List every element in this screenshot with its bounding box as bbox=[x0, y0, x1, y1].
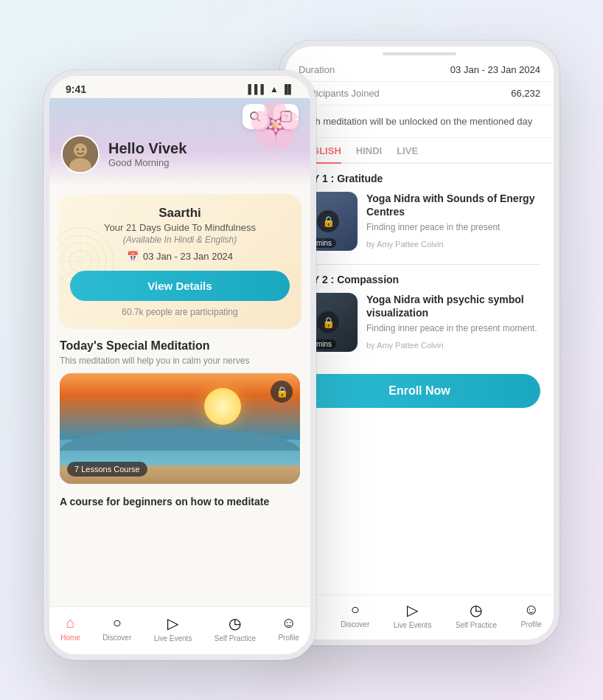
selfpractice-icon-2: ◷ bbox=[470, 601, 482, 619]
nav-2-selfpractice-label: Self Practice bbox=[456, 621, 497, 629]
day-1-label: DAY 1 : Gratitude bbox=[299, 173, 540, 184]
lesson-item-1[interactable]: 🔒 23 mins Yoga Nidra with Sounds of Ener… bbox=[299, 192, 540, 251]
lesson-item-2[interactable]: 🔒 23 mins Yoga Nidra with psychic symbol… bbox=[299, 293, 540, 352]
duration-value: 03 Jan - 23 Jan 2024 bbox=[450, 64, 540, 75]
phone-2-bottom-nav: ⌂ Home ○ Discover ▷ Live Events ◷ Self P… bbox=[285, 595, 554, 640]
avatar bbox=[61, 135, 100, 173]
nav-2-live[interactable]: ▷ Live Events bbox=[394, 601, 432, 629]
live-icon-2: ▷ bbox=[407, 601, 418, 619]
status-time: 9:41 bbox=[66, 83, 86, 95]
nav-profile[interactable]: ☺ Profile bbox=[278, 614, 299, 642]
lesson-1-lock-icon: 🔒 bbox=[317, 210, 339, 232]
svg-point-8 bbox=[82, 148, 84, 150]
phones-container: Duration 03 Jan - 23 Jan 2024 Participan… bbox=[43, 26, 560, 675]
lesson-1-info: Yoga Nidra with Sounds of Energy Centres… bbox=[366, 192, 540, 251]
lesson-2-title: Yoga Nidra with psychic symbol visualiza… bbox=[366, 293, 540, 319]
participants-text: 60.7k people are participating bbox=[70, 307, 290, 317]
mandala-decoration bbox=[58, 224, 117, 298]
nav-discover[interactable]: ○ Discover bbox=[102, 614, 131, 642]
nav-home-label: Home bbox=[60, 634, 80, 642]
discover-icon: ○ bbox=[113, 614, 122, 631]
nav-profile-label: Profile bbox=[278, 634, 299, 642]
nav-2-selfpractice[interactable]: ◷ Self Practice bbox=[456, 601, 497, 629]
participants-value: 66,232 bbox=[511, 88, 540, 99]
profile-icon-2: ☺ bbox=[523, 601, 538, 618]
signal-icon: ▌▌▌ bbox=[248, 84, 268, 94]
nav-home[interactable]: ⌂ Home bbox=[60, 614, 80, 642]
nav-selfpractice-label: Self Practice bbox=[215, 634, 256, 642]
enroll-section: Enroll Now bbox=[285, 365, 554, 415]
saarthi-date: 03 Jan - 23 Jan 2024 bbox=[143, 251, 233, 262]
discover-icon-2: ○ bbox=[351, 601, 360, 618]
status-bar: 9:41 ▌▌▌ ▲ ▐▌ bbox=[49, 76, 310, 98]
lesson-2-author: by Amy Pattee Colvin bbox=[366, 341, 444, 350]
meditation-lock-icon: 🔒 bbox=[271, 381, 293, 403]
notch-bar bbox=[383, 52, 456, 55]
todays-desc: This meditation will help you in calm yo… bbox=[60, 356, 300, 366]
greeting-text: Hello Vivek Good Morning bbox=[108, 140, 187, 168]
live-icon: ▷ bbox=[167, 614, 178, 632]
day-1-section: DAY 1 : Gratitude 🔒 23 mins Yoga Nidra w… bbox=[285, 164, 554, 264]
course-title: A course for beginners on how to meditat… bbox=[49, 490, 310, 510]
saarthi-card: Saarthi Your 21 Days Guide To Mindfulnes… bbox=[58, 194, 302, 329]
lesson-2-desc: Finding inner peace in the present momen… bbox=[366, 322, 540, 335]
course-tabs: ENGLISH HINDI LIVE bbox=[285, 138, 554, 164]
svg-point-5 bbox=[74, 143, 87, 156]
nav-selfpractice[interactable]: ◷ Self Practice bbox=[215, 614, 256, 642]
lessons-badge: 7 Lessons Course bbox=[67, 462, 147, 477]
tab-hindi[interactable]: HINDI bbox=[356, 145, 382, 162]
home-icon: ⌂ bbox=[66, 614, 75, 631]
svg-point-7 bbox=[77, 148, 79, 150]
day-2-label: DAY 2 : Compassion bbox=[299, 274, 540, 285]
nav-2-profile-label: Profile bbox=[520, 620, 541, 628]
notice-text: Each meditation will be unlocked on the … bbox=[285, 105, 554, 139]
greeting-name: Hello Vivek bbox=[108, 140, 187, 157]
phone-1: 9:41 ▌▌▌ ▲ ▐▌ 🌸 bbox=[43, 70, 316, 660]
lesson-1-author: by Amy Pattee Colvin bbox=[366, 240, 444, 249]
phone-header: 🌸 ? bbox=[49, 98, 310, 185]
todays-section: Today's Special Meditation This meditati… bbox=[49, 329, 310, 490]
battery-icon: ▐▌ bbox=[282, 84, 294, 94]
nav-2-discover-label: Discover bbox=[341, 620, 369, 628]
todays-title: Today's Special Meditation bbox=[60, 339, 300, 353]
nav-live-label: Live Events bbox=[154, 634, 192, 642]
calendar-icon: 📅 bbox=[127, 251, 139, 262]
day-2-section: DAY 2 : Compassion 🔒 23 mins Yoga Nidra … bbox=[285, 265, 554, 365]
duration-row: Duration 03 Jan - 23 Jan 2024 bbox=[285, 58, 554, 82]
greeting-time: Good Morning bbox=[108, 157, 187, 168]
meditation-card[interactable]: 🔒 7 Lessons Course bbox=[60, 373, 300, 484]
enroll-button[interactable]: Enroll Now bbox=[299, 374, 540, 408]
selfpractice-icon: ◷ bbox=[229, 614, 241, 632]
nav-2-discover[interactable]: ○ Discover bbox=[341, 601, 369, 628]
profile-icon: ☺ bbox=[281, 614, 296, 631]
tab-live[interactable]: LIVE bbox=[397, 145, 418, 162]
notch-area bbox=[285, 46, 554, 58]
phone-2: Duration 03 Jan - 23 Jan 2024 Participan… bbox=[279, 41, 560, 645]
nav-2-profile[interactable]: ☺ Profile bbox=[520, 601, 541, 628]
status-icons: ▌▌▌ ▲ ▐▌ bbox=[248, 84, 294, 94]
duration-label: Duration bbox=[299, 64, 335, 75]
bottom-nav: ⌂ Home ○ Discover ▷ Live Events ◷ Self P… bbox=[49, 606, 310, 654]
nav-2-live-label: Live Events bbox=[394, 621, 432, 629]
nav-discover-label: Discover bbox=[102, 634, 131, 642]
cherry-blossom-decoration: 🌸 bbox=[248, 98, 303, 150]
lesson-2-lock-icon: 🔒 bbox=[317, 311, 339, 333]
lesson-1-title: Yoga Nidra with Sounds of Energy Centres bbox=[366, 192, 540, 218]
lesson-2-info: Yoga Nidra with psychic symbol visualiza… bbox=[366, 293, 540, 352]
participants-row: Participants Joined 66,232 bbox=[285, 82, 554, 105]
wifi-icon: ▲ bbox=[270, 84, 279, 94]
nav-live[interactable]: ▷ Live Events bbox=[154, 614, 192, 642]
lesson-1-desc: Finding inner peace in the present bbox=[366, 221, 540, 234]
saarthi-title: Saarthi bbox=[70, 206, 290, 221]
